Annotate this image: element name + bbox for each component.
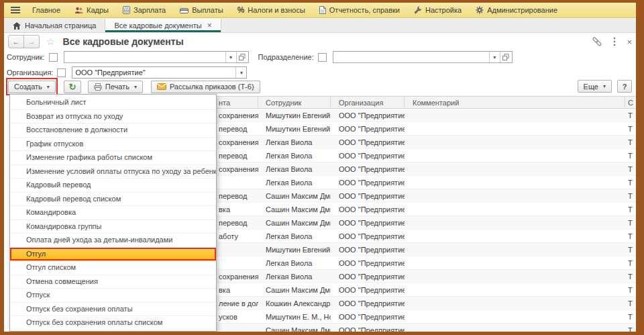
main-menu-item[interactable]: Выплаты [180,6,223,14]
department-dropdown-arrow-icon[interactable] [489,52,500,62]
table-row[interactable]: вкаСашин Максим ДмитриевичООО "Предприят… [217,283,636,297]
tab-all-hr-documents[interactable]: Все кадровые документы × [105,19,221,32]
tab-home[interactable]: Начальная страница [4,19,105,32]
create-menu-item[interactable]: Кадровый перевод списком [10,193,216,207]
create-menu-item[interactable]: Восстановление в должности [10,124,216,138]
more-button[interactable]: Еще [578,80,612,93]
create-menu-item[interactable]: Отпуск [10,289,216,303]
department-input[interactable] [333,52,489,62]
employee-dropdown-arrow-icon[interactable] [225,52,236,62]
table-row[interactable]: сохранения опл...Легкая ВиолаООО "Предпр… [217,136,636,149]
create-menu-item-label: Отпуск без сохранения оплаты списком [26,318,162,326]
create-menu-item[interactable]: Отгул [10,248,216,262]
cell-organization: ООО "Предприятие" [331,152,405,160]
main-menu-item-label: Кадры [87,6,109,14]
forward-button[interactable] [24,35,40,48]
percent-icon: % [237,5,245,15]
main-menu-item-label: Настройка [425,6,462,14]
create-menu-item[interactable]: Возврат из отпуска по уходу [10,110,216,124]
create-menu-item[interactable]: Отпуск по уходу за ребенком [10,330,216,332]
create-menu-item[interactable]: График отпусков [10,138,216,152]
employee-input[interactable] [64,52,225,62]
create-menu-item[interactable]: Оплата дней ухода за детьми-инвалидами [10,234,216,248]
cell-organization: ООО "Предприятие" [331,138,405,146]
create-menu-item[interactable]: Отмена совмещения [10,275,216,289]
table-row[interactable]: ление в должностиКошкин Александр ИльичО… [217,297,636,310]
create-menu-item[interactable]: Изменение графика работы списком [10,151,216,165]
main-menu-item-label: Отчетность, справки [329,6,400,14]
link-icon[interactable] [592,37,602,46]
people-icon [74,7,83,14]
table-row[interactable]: вкаСашин Максим ДмитриевичООО "Предприят… [217,203,636,216]
nav-buttons [8,35,40,48]
cell-extra: Т [625,138,636,146]
more-button-label: Еще [584,83,598,91]
table-row[interactable]: переводЛегкая ВиолаООО "Предприятие"Т [217,149,636,162]
organization-input[interactable]: ООО "Предприятие" [72,67,235,78]
app-content: ГлавноеКадрыЗарплатаВыплаты%Налоги и взн… [4,3,636,332]
create-menu-item[interactable]: Командировка [10,206,216,220]
create-menu-item[interactable]: Кадровый перевод [10,179,216,193]
main-menu-item[interactable]: Администрирование [476,6,557,14]
cell-extra: Т [625,313,636,321]
tab-close-icon[interactable]: × [207,21,212,30]
table-row[interactable]: Мишуткин Евгений Максим...ООО "Предприят… [217,243,636,256]
table-row[interactable]: усковМишуткин Е. М., Носов В. ...ООО "Пр… [217,310,636,324]
column-header-employee[interactable]: Сотрудник [258,97,331,108]
table-row[interactable]: Легкая ВиолаООО "Предприятие"Т [217,176,636,189]
create-menu-item[interactable]: Изменение условий оплаты отпуска по уход… [10,165,216,179]
create-button[interactable]: Создать [8,81,56,93]
column-header-comment[interactable]: Комментарий [405,97,625,108]
table-body: сохранения опл...Мишуткин Евгений Максим… [217,109,636,332]
cell-extra: Т [625,273,636,281]
close-icon[interactable]: × [627,37,632,47]
main-menu-item[interactable]: Настройка [414,6,462,14]
main-menu-bar: ГлавноеКадрыЗарплатаВыплаты%Налоги и взн… [4,3,636,18]
department-open-icon[interactable] [500,52,512,62]
create-menu-item-label: Кадровый перевод списком [26,195,121,203]
print-button[interactable]: Печать [88,81,143,93]
table-row[interactable]: переводСашин Максим ДмитриевичООО "Предп… [217,216,636,230]
refresh-button[interactable]: ↻ [64,81,81,93]
column-header-doc[interactable]: нта [217,97,258,108]
employee-filter-checkbox[interactable] [49,53,58,62]
main-menu-item[interactable]: Кадры [74,6,109,14]
table-row[interactable]: Легкая ВиолаООО "Предприятие"Т [217,256,636,270]
table-row[interactable]: аботуЛегкая ВиолаООО "Предприятие"Т [217,230,636,243]
main-menu-item[interactable]: Зарплата [123,6,166,14]
help-button[interactable]: ? [617,80,632,93]
organization-dropdown-arrow-icon[interactable] [235,67,246,78]
create-menu-item[interactable]: Командировка группы [10,220,216,234]
favorite-star-icon[interactable] [46,36,55,47]
cell-employee: Мишуткин Е. М., Носов В. ... [258,313,331,321]
employee-open-icon[interactable] [236,52,248,62]
form-header: Все кадровые документы × [4,34,636,50]
create-menu-item[interactable]: Отпуск без сохранения оплаты [10,303,216,317]
cell-extra: Т [625,165,636,173]
cell-organization: ООО "Предприятие" [331,286,405,294]
table-row[interactable]: переводМишуткин Евгений Максим...ООО "Пр… [217,122,636,136]
create-menu-item-label: Восстановление в должности [26,126,127,134]
organization-filter-checkbox[interactable] [57,68,66,77]
main-menu-item[interactable]: Отчетность, справки [319,6,400,14]
kebab-menu-icon[interactable] [613,37,616,46]
create-menu-item[interactable]: Отпуск без сохранения оплаты списком [10,316,216,330]
column-header-extra[interactable]: С [625,97,636,108]
table-row[interactable]: сохранения опл...Мишуткин Евгений Максим… [217,109,636,122]
create-menu-item[interactable]: Больничный лист [10,96,216,110]
department-filter-checkbox[interactable] [318,53,327,62]
hamburger-menu-icon[interactable] [11,7,20,13]
form-header-icons: × [592,34,632,50]
table-row[interactable]: переводСашин Максим ДмитриевичООО "Предп… [217,189,636,203]
table-row[interactable]: сохранения опл...Легкая ВиолаООО "Предпр… [217,162,636,176]
cell-employee: Сашин Максим Дмитриевич [258,219,331,227]
create-menu-item[interactable]: Отгул списком [10,261,216,275]
main-menu-item[interactable]: %Налоги и взносы [237,5,305,15]
main-menu-item[interactable]: Главное [32,6,60,14]
mailing-orders-button[interactable]: Рассылка приказов (Т-6) [151,81,260,93]
column-header-organization[interactable]: Организация [331,97,405,108]
table-row[interactable]: сохранения опл...Легкая ВиолаООО "Предпр… [217,270,636,283]
table-row[interactable]: Сашин Максим ДмитриевичООО "Предприятие"… [217,324,636,332]
cell-organization: ООО "Предприятие" [331,326,405,332]
back-button[interactable] [8,35,24,48]
